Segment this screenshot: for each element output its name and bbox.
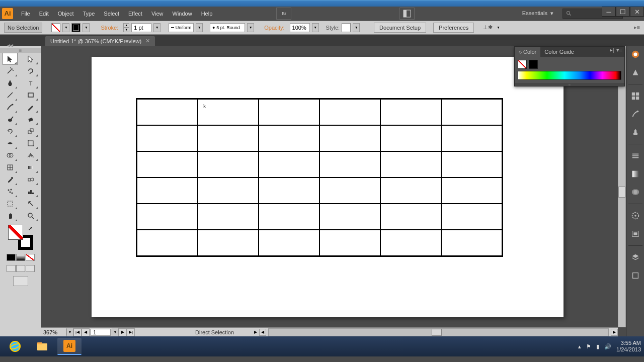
panel-grip[interactable]: [0, 48, 41, 53]
zoom-level[interactable]: 367%: [41, 329, 66, 335]
grid-cell[interactable]: [198, 230, 259, 256]
panel-fill-swatch[interactable]: [518, 60, 527, 69]
menu-effect[interactable]: Effect: [124, 9, 146, 19]
taskbar-clock[interactable]: 3:55 AM 1/24/2013: [616, 340, 641, 353]
fill-dropdown[interactable]: ▼: [62, 23, 69, 32]
scroll-left-button[interactable]: ◀: [259, 329, 266, 336]
stroke-dropdown[interactable]: ▼: [83, 23, 90, 32]
mesh-tool[interactable]: [3, 161, 18, 173]
fill-swatch[interactable]: [51, 23, 60, 32]
network-icon[interactable]: ▮: [596, 343, 599, 350]
grid-cell[interactable]: [137, 230, 198, 256]
fill-indicator[interactable]: [8, 225, 23, 240]
lasso-tool[interactable]: [23, 65, 38, 77]
draw-inside-icon[interactable]: [26, 265, 35, 272]
taskbar-illustrator-icon[interactable]: Ai: [57, 338, 82, 355]
grid-cell[interactable]: [319, 99, 380, 125]
shape-builder-tool[interactable]: [3, 149, 18, 161]
taskbar-ie-icon[interactable]: [3, 338, 27, 355]
brushes-panel-icon[interactable]: [629, 108, 642, 121]
align-icon[interactable]: ⊥✱: [483, 24, 493, 31]
color-guide-panel-icon[interactable]: [629, 66, 642, 79]
symbol-sprayer-tool[interactable]: [3, 186, 18, 198]
draw-normal-icon[interactable]: [7, 265, 16, 272]
rectangle-tool[interactable]: [23, 89, 38, 101]
volume-icon[interactable]: 🔊: [604, 343, 611, 350]
preferences-button[interactable]: Preferences: [433, 23, 474, 33]
screen-mode-icon[interactable]: [13, 276, 28, 286]
horizontal-scroll-thumb[interactable]: [432, 329, 442, 336]
panel-menu-icon[interactable]: ▾≡: [616, 47, 622, 57]
vertical-scrollbar[interactable]: [618, 46, 626, 327]
grid-cell[interactable]: [198, 99, 259, 125]
style-dropdown[interactable]: ▼: [353, 23, 360, 32]
menu-help[interactable]: Help: [197, 9, 217, 19]
grid-cell[interactable]: [259, 204, 319, 230]
grid-cell[interactable]: [137, 151, 198, 177]
status-menu-icon[interactable]: ▶: [254, 330, 257, 334]
rotate-tool[interactable]: [3, 125, 18, 137]
canvas-area[interactable]: k 367% ▼ |◀ ◀ 1 ▼ ▶ ▶| Direct Selection …: [41, 46, 626, 336]
graphic-styles-panel-icon[interactable]: [629, 227, 642, 240]
first-artboard-button[interactable]: |◀: [73, 328, 82, 336]
color-mode-icon[interactable]: [7, 254, 16, 261]
artboard-dropdown[interactable]: ▼: [112, 328, 119, 337]
grid-cell[interactable]: [198, 204, 259, 230]
menu-view[interactable]: View: [147, 9, 168, 19]
width-tool[interactable]: [3, 137, 18, 149]
document-setup-button[interactable]: Document Setup: [374, 23, 426, 33]
grid-cell[interactable]: [380, 151, 441, 177]
close-tab-icon[interactable]: ✕: [145, 38, 150, 44]
opacity-input[interactable]: 100%: [290, 23, 310, 32]
grid-cell[interactable]: [319, 125, 380, 151]
gradient-mode-icon[interactable]: [16, 254, 25, 261]
maximize-button[interactable]: ☐: [616, 7, 630, 17]
artboard-number-input[interactable]: 1: [91, 329, 111, 336]
taskbar-explorer-icon[interactable]: [30, 338, 54, 355]
column-graph-tool[interactable]: [23, 186, 38, 198]
grid-cell[interactable]: [441, 204, 502, 230]
grid-cell[interactable]: [319, 177, 380, 204]
workspace-selector[interactable]: Essentials ▾: [517, 8, 558, 19]
menu-window[interactable]: Window: [169, 9, 196, 19]
color-panel[interactable]: ◇Color Color Guide ▸| ▾≡: [514, 46, 625, 86]
menu-file[interactable]: File: [17, 9, 34, 19]
grid-cell[interactable]: [137, 204, 198, 230]
slice-tool[interactable]: [23, 198, 38, 210]
zoom-dropdown[interactable]: ▼: [66, 328, 73, 337]
grid-cell[interactable]: [441, 125, 502, 151]
grid-cell[interactable]: [137, 125, 198, 151]
color-tab[interactable]: ◇Color: [515, 47, 540, 57]
direct-selection-tool[interactable]: [23, 53, 38, 65]
blob-brush-tool[interactable]: [3, 113, 18, 125]
free-transform-tool[interactable]: [23, 137, 38, 149]
grid-cell[interactable]: [259, 99, 319, 125]
grid-cell[interactable]: [198, 177, 259, 204]
action-center-icon[interactable]: ⚑: [586, 343, 591, 350]
opacity-label[interactable]: Opacity:: [261, 23, 287, 32]
stroke-label[interactable]: Stroke:: [98, 23, 121, 32]
next-artboard-button[interactable]: ▶: [119, 328, 127, 336]
grid-cell[interactable]: [319, 204, 380, 230]
stroke-profile[interactable]: Uniform: [169, 23, 194, 32]
draw-behind-icon[interactable]: [16, 265, 25, 272]
expand-panels-icon[interactable]: ◀◀: [7, 43, 13, 48]
color-panel-icon[interactable]: [629, 48, 642, 61]
grid-cell[interactable]: [259, 125, 319, 151]
brush-definition[interactable]: • 5 pt. Round: [210, 23, 245, 32]
eraser-tool[interactable]: [23, 113, 38, 125]
prev-artboard-button[interactable]: ◀: [82, 328, 90, 336]
collapse-panel-icon[interactable]: ▸|: [610, 47, 614, 57]
swatches-panel-icon[interactable]: [629, 89, 642, 103]
fill-stroke-control[interactable]: ⤢: [8, 225, 33, 250]
paintbrush-tool[interactable]: [3, 101, 18, 113]
grid-cell[interactable]: [441, 177, 502, 204]
menu-select[interactable]: Select: [100, 9, 123, 19]
gradient-panel-icon[interactable]: [629, 167, 642, 180]
opacity-dropdown[interactable]: ▼: [312, 23, 319, 32]
minimize-button[interactable]: ─: [602, 7, 616, 17]
align-dropdown[interactable]: ▼: [495, 23, 502, 32]
artboards-panel-icon[interactable]: [629, 269, 642, 282]
appearance-panel-icon[interactable]: [629, 209, 642, 222]
gradient-tool[interactable]: [23, 161, 38, 173]
